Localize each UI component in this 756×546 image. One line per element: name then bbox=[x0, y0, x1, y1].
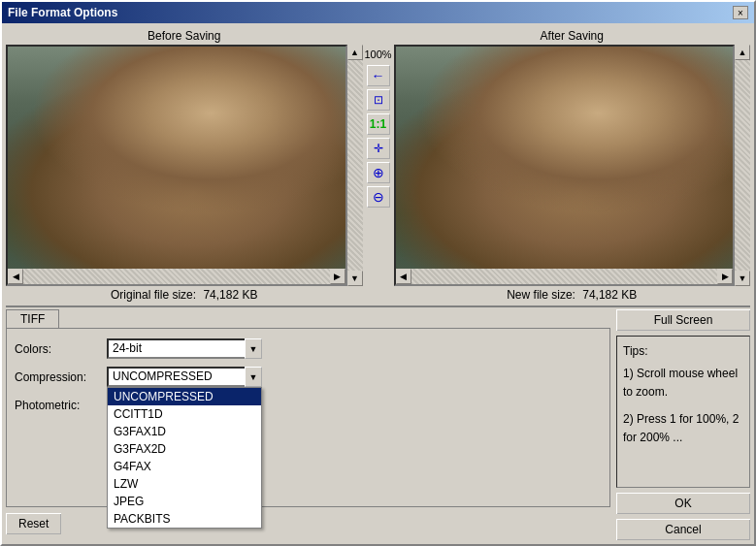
options-area: TIFF Colors: 24-bit ▼ Compr bbox=[6, 309, 750, 540]
ok-button[interactable]: OK bbox=[616, 493, 750, 514]
photometric-row: Photometric: UNCOMPRESSED ▼ bbox=[15, 395, 602, 415]
arrow-left-button[interactable]: ← bbox=[367, 65, 390, 86]
arrow-left-icon: ← bbox=[372, 68, 385, 83]
drop-jpeg[interactable]: JPEG bbox=[108, 493, 261, 510]
new-size: New file size: 74,182 KB bbox=[394, 286, 751, 304]
left-options: TIFF Colors: 24-bit ▼ Compr bbox=[6, 309, 610, 540]
after-image-container: ◀ ▶ bbox=[394, 45, 736, 286]
colors-row: Colors: 24-bit ▼ bbox=[15, 338, 602, 359]
after-image-area: ◀ ▶ ▲ ▼ bbox=[394, 45, 751, 286]
colors-select-wrapper: 24-bit ▼ bbox=[107, 338, 262, 359]
before-image-canvas bbox=[8, 47, 345, 269]
after-hscrollbar: ◀ ▶ bbox=[396, 269, 734, 284]
new-size-label: New file size: bbox=[507, 288, 575, 302]
drop-g4fax[interactable]: G4FAX bbox=[108, 458, 261, 475]
after-vscroll-track[interactable] bbox=[735, 60, 750, 271]
fit-icon: ⊡ bbox=[374, 93, 383, 107]
before-hscroll-left[interactable]: ◀ bbox=[8, 269, 23, 284]
before-hscroll-track[interactable] bbox=[23, 269, 330, 284]
original-size: Original file size: 74,182 KB bbox=[6, 286, 363, 304]
drop-g3fax1d[interactable]: G3FAX1D bbox=[108, 423, 261, 440]
drop-ccitt1d[interactable]: CCITT1D bbox=[108, 405, 261, 423]
zoom-out-icon: ⊖ bbox=[373, 189, 384, 205]
separator bbox=[6, 305, 750, 307]
compression-dropdown-menu: UNCOMPRESSED CCITT1D G3FAX1D G3FAX2D G4F… bbox=[107, 387, 262, 529]
original-size-label: Original file size: bbox=[111, 288, 196, 302]
before-image-container: ◀ ▶ bbox=[6, 45, 347, 286]
before-vscroll-track[interactable] bbox=[347, 60, 363, 271]
center-controls: 100% ← ⊡ 1:1 ✛ ⊕ ⊖ bbox=[363, 27, 394, 304]
after-label: After Saving bbox=[394, 27, 751, 45]
zoom-1-1-label: 1:1 bbox=[370, 117, 386, 131]
compression-label: Compression: bbox=[15, 370, 107, 384]
compression-select-display: UNCOMPRESSED bbox=[107, 367, 262, 387]
before-vscroll-down[interactable]: ▼ bbox=[347, 271, 363, 286]
tabs-bar: TIFF bbox=[6, 309, 610, 328]
bottom-bar: Reset bbox=[6, 507, 610, 540]
title-bar: File Format Options × bbox=[2, 2, 754, 23]
before-hscroll-right[interactable]: ▶ bbox=[330, 269, 345, 284]
before-vscroll-up[interactable]: ▲ bbox=[347, 45, 363, 60]
compression-row: Compression: UNCOMPRESSED ▼ UNCOMPRESSED… bbox=[15, 367, 602, 387]
tips-tip1: 1) Scroll mouse wheel to zoom. bbox=[623, 365, 743, 401]
after-vscroll-up[interactable]: ▲ bbox=[735, 45, 750, 60]
after-hscroll-track[interactable] bbox=[411, 269, 718, 284]
before-hscrollbar: ◀ ▶ bbox=[8, 269, 345, 284]
zoom-in-icon: ⊕ bbox=[373, 165, 384, 180]
tab-panel: Colors: 24-bit ▼ Compression: UNCOMPRESS… bbox=[6, 328, 610, 507]
after-hscroll-left[interactable]: ◀ bbox=[396, 269, 411, 284]
before-image bbox=[8, 47, 345, 269]
drop-uncompressed[interactable]: UNCOMPRESSED bbox=[108, 388, 261, 405]
colors-label: Colors: bbox=[15, 342, 107, 356]
tips-box: Tips: 1) Scroll mouse wheel to zoom. 2) … bbox=[616, 336, 750, 488]
move-button[interactable]: ✛ bbox=[367, 138, 390, 159]
dialog-content: Before Saving ◀ ▶ ▲ bbox=[2, 23, 754, 544]
dialog-title: File Format Options bbox=[8, 6, 117, 19]
reset-button[interactable]: Reset bbox=[6, 513, 61, 534]
zoom-label: 100% bbox=[364, 48, 391, 60]
after-vscrollbar: ▲ ▼ bbox=[735, 45, 750, 286]
zoom-out-button[interactable]: ⊖ bbox=[367, 186, 390, 208]
zoom-in-button[interactable]: ⊕ bbox=[367, 162, 390, 183]
close-button[interactable]: × bbox=[733, 6, 748, 19]
after-panel: After Saving ◀ ▶ ▲ bbox=[394, 27, 751, 304]
drop-g3fax2d[interactable]: G3FAX2D bbox=[108, 440, 261, 458]
move-icon: ✛ bbox=[374, 142, 383, 155]
after-image bbox=[396, 47, 734, 269]
compression-select-wrapper: UNCOMPRESSED ▼ UNCOMPRESSED CCITT1D G3FA… bbox=[107, 367, 262, 387]
original-size-value: 74,182 KB bbox=[203, 288, 257, 302]
new-size-value: 74,182 KB bbox=[582, 288, 637, 302]
tab-tiff[interactable]: TIFF bbox=[6, 309, 59, 328]
colors-dropdown-btn[interactable]: ▼ bbox=[245, 338, 262, 359]
fullscreen-button[interactable]: Full Screen bbox=[616, 309, 750, 331]
tips-title: Tips: bbox=[623, 342, 743, 361]
right-options: Full Screen Tips: 1) Scroll mouse wheel … bbox=[616, 309, 750, 540]
after-hscroll-right[interactable]: ▶ bbox=[717, 269, 733, 284]
fit-button[interactable]: ⊡ bbox=[367, 89, 390, 111]
photometric-label: Photometric: bbox=[15, 399, 107, 412]
tips-tip2: 2) Press 1 for 100%, 2 for 200% ... bbox=[623, 410, 743, 447]
drop-lzw[interactable]: LZW bbox=[108, 475, 261, 493]
after-vscroll-down[interactable]: ▼ bbox=[735, 271, 750, 286]
before-panel: Before Saving ◀ ▶ ▲ bbox=[6, 27, 363, 304]
before-vscrollbar: ▲ ▼ bbox=[347, 45, 363, 286]
colors-select-display: 24-bit bbox=[107, 338, 262, 359]
preview-area: Before Saving ◀ ▶ ▲ bbox=[6, 27, 750, 304]
before-label: Before Saving bbox=[6, 27, 363, 45]
before-image-area: ◀ ▶ ▲ ▼ bbox=[6, 45, 363, 286]
file-format-options-dialog: File Format Options × Before Saving ◀ bbox=[0, 0, 756, 546]
drop-packbits[interactable]: PACKBITS bbox=[108, 510, 261, 528]
zoom-1-1-button[interactable]: 1:1 bbox=[367, 113, 390, 135]
compression-dropdown-btn[interactable]: ▼ bbox=[245, 367, 262, 387]
cancel-button[interactable]: Cancel bbox=[616, 519, 750, 540]
after-image-canvas bbox=[396, 47, 734, 269]
